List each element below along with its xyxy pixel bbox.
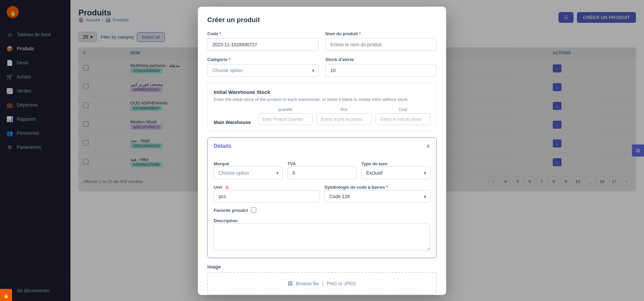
warehouse-section-title: Initial Warehouse Stock <box>214 89 430 95</box>
unit-barcode-row: Unir ⚠ Symbologie de code à barres * Cod… <box>214 184 430 203</box>
stock-alert-label: Stock d'alerte <box>325 57 437 62</box>
barcode-select[interactable]: Code 128 <box>324 190 430 203</box>
warehouse-stock-row: Main Warehouse quantité Prix Coût <box>214 107 430 125</box>
barcode-label: Symbologie de code à barres * <box>324 185 388 190</box>
tax-type-label: Type de taxe <box>361 161 387 166</box>
browse-file-label: Browse file <box>296 281 319 286</box>
image-dropzone[interactable]: 🖼 Browse file | PNG or JPEG <box>207 272 437 295</box>
marque-select-wrapper: Choose option <box>214 167 283 179</box>
code-group: Code * <box>207 31 319 51</box>
marque-tva-row: Marqué Choose option TVA Type de taxe <box>214 161 430 179</box>
tva-input[interactable] <box>287 167 357 179</box>
price-col-header: Prix <box>317 107 371 112</box>
cost-col: Coût <box>376 107 430 125</box>
stock-alert-input[interactable] <box>325 64 437 77</box>
fire-icon: 🔥 <box>2 291 10 299</box>
browse-format: PNG or JPEG <box>327 281 356 286</box>
image-icon: 🖼 <box>288 281 292 286</box>
code-label: Code * <box>207 31 319 36</box>
category-select-wrapper: Choose option <box>207 64 319 77</box>
warehouse-stock-section: Initial Warehouse Stock Enter the initia… <box>207 83 437 131</box>
chevron-up-icon: ∧ <box>426 142 430 150</box>
barcode-group: Symbologie de code à barres * Code 128 <box>324 184 430 203</box>
product-name-input[interactable] <box>325 38 437 51</box>
category-select[interactable]: Choose option <box>207 64 319 77</box>
favorite-row: Favorite proudct <box>214 207 430 213</box>
modal-title: Créer un produit <box>207 16 437 24</box>
marque-select[interactable]: Choose option <box>214 167 283 179</box>
tax-type-select-wrapper: Exclusif <box>361 167 430 179</box>
browse-separator: | <box>322 281 324 286</box>
tax-type-select[interactable]: Exclusif <box>361 167 430 179</box>
description-textarea[interactable] <box>214 224 430 250</box>
quantity-input[interactable] <box>258 113 313 125</box>
quantity-col-header: quantité <box>258 107 313 112</box>
tva-label: TVA <box>287 161 296 166</box>
modal-overlay: Créer un produit Code * Nom du produit *… <box>0 0 644 301</box>
unit-input[interactable] <box>214 190 320 203</box>
tva-group: TVA <box>287 161 357 179</box>
price-input[interactable] <box>317 113 371 125</box>
details-title: Détails <box>214 143 231 149</box>
tax-type-group: Type de taxe Exclusif <box>361 161 430 179</box>
category-stock-row: Catégorie * Choose option Stock d'alerte <box>207 57 437 77</box>
price-col: Prix <box>317 107 371 125</box>
warehouse-name-cell: Main Warehouse <box>214 120 254 125</box>
image-section: Image 🖼 Browse file | PNG or JPEG <box>207 264 437 295</box>
details-section: Détails ∧ Marqué Choose option <box>207 137 437 258</box>
barcode-select-wrapper: Code 128 <box>324 190 430 203</box>
unit-group: Unir ⚠ <box>214 184 320 203</box>
details-content: Marqué Choose option TVA Type de taxe <box>208 155 436 258</box>
favorite-label: Favorite proudct <box>214 208 248 213</box>
favorite-checkbox[interactable] <box>251 207 256 213</box>
code-name-row: Code * Nom du produit * <box>207 31 437 51</box>
bottom-icon: 🔥 <box>0 289 12 301</box>
marque-group: Marqué Choose option <box>214 161 283 179</box>
description-label: Description <box>214 218 238 223</box>
category-group: Catégorie * Choose option <box>207 57 319 77</box>
marque-label: Marqué <box>214 161 229 166</box>
code-input[interactable] <box>207 38 319 51</box>
unit-warning-icon: ⚠ <box>225 185 229 190</box>
warehouse-name: Main Warehouse <box>214 120 254 125</box>
quantity-col: quantité <box>258 107 313 125</box>
cost-input[interactable] <box>376 113 430 125</box>
image-label: Image <box>207 264 437 269</box>
description-group: Description <box>214 218 430 252</box>
details-header[interactable]: Détails ∧ <box>208 138 436 155</box>
product-name-group: Nom du produit * <box>325 31 437 51</box>
create-product-modal: Créer un produit Code * Nom du produit *… <box>198 7 446 295</box>
stock-alert-group: Stock d'alerte <box>325 57 437 77</box>
category-label: Catégorie * <box>207 57 319 62</box>
cost-col-header: Coût <box>376 107 430 112</box>
warehouse-section-desc: Enter the initial stock of the product i… <box>214 97 430 102</box>
product-name-label: Nom du produit * <box>325 31 437 36</box>
unit-label: Unir ⚠ <box>214 185 229 190</box>
